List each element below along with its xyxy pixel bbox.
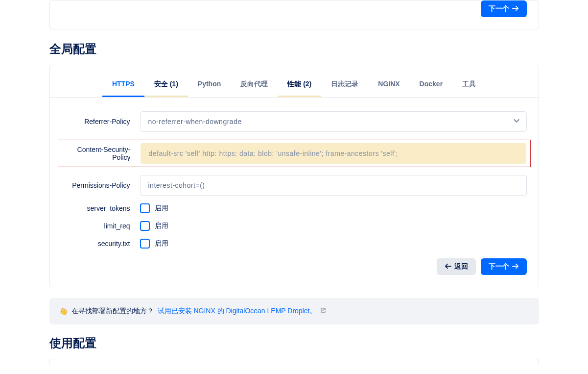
tab-reverse-proxy[interactable]: 反向代理 <box>231 73 278 97</box>
back-button-label: 返回 <box>454 262 468 271</box>
server-tokens-enable-label: 启用 <box>155 204 168 213</box>
arrow-right-icon <box>512 5 519 13</box>
callout-text: 在寻找部署新配置的地方？ <box>71 307 154 316</box>
callout-link[interactable]: 试用已安装 NGINX 的 DigitalOcean LEMP Droplet。 <box>158 307 327 316</box>
next-button-top-label: 下一个 <box>489 4 509 13</box>
limit-req-checkbox[interactable] <box>140 221 150 231</box>
server-tokens-checkbox[interactable] <box>140 203 150 213</box>
arrow-right-icon <box>512 263 519 271</box>
tab-nginx[interactable]: NGINX <box>368 73 409 97</box>
referrer-policy-select[interactable] <box>140 111 527 132</box>
limit-req-enable-label: 启用 <box>155 222 168 230</box>
label-referrer-policy: Referrer-Policy <box>62 118 140 125</box>
label-csp: Content-Security-Policy <box>62 146 141 161</box>
next-button-label: 下一个 <box>489 262 509 271</box>
tab-tools[interactable]: 工具 <box>452 73 486 97</box>
previous-section-card: 下一个 <box>49 0 539 29</box>
label-server-tokens: server_tokens <box>62 204 140 212</box>
tab-logging[interactable]: 日志记录 <box>321 73 368 97</box>
tab-performance[interactable]: 性能 (2) <box>278 73 321 97</box>
security-panel: Referrer-Policy Content-Security-Policy <box>50 98 539 287</box>
next-button-top[interactable]: 下一个 <box>481 0 527 17</box>
wave-emoji-icon: 👋 <box>59 307 68 315</box>
tab-https[interactable]: HTTPS <box>102 73 144 97</box>
row-referrer-policy: Referrer-Policy <box>62 111 527 132</box>
callout-link-text: 试用已安装 NGINX 的 DigitalOcean LEMP Droplet。 <box>158 307 317 315</box>
row-server-tokens: server_tokens 启用 <box>62 203 527 213</box>
tabs-bar: HTTPS 安全 (1) Python 反向代理 性能 (2) 日志记录 NGI… <box>50 65 539 98</box>
usage-config-heading: 使用配置 <box>49 335 539 351</box>
arrow-left-icon <box>445 263 451 271</box>
row-csp: Content-Security-Policy <box>58 140 531 167</box>
row-security-txt: security.txt 启用 <box>62 239 527 249</box>
label-security-txt: security.txt <box>62 240 140 248</box>
usage-config-card <box>49 359 539 365</box>
row-limit-req: limit_req 启用 <box>62 221 527 231</box>
security-txt-checkbox[interactable] <box>140 239 150 249</box>
global-config-card: HTTPS 安全 (1) Python 反向代理 性能 (2) 日志记录 NGI… <box>49 65 539 287</box>
row-permissions-policy: Permissions-Policy <box>62 175 527 196</box>
label-permissions-policy: Permissions-Policy <box>62 181 140 189</box>
tab-python[interactable]: Python <box>188 73 231 97</box>
global-config-heading: 全局配置 <box>49 41 539 57</box>
permissions-policy-input[interactable] <box>140 175 527 196</box>
back-button[interactable]: 返回 <box>437 258 476 275</box>
tab-security[interactable]: 安全 (1) <box>144 73 188 97</box>
tab-docker[interactable]: Docker <box>410 73 452 97</box>
external-link-icon <box>320 307 326 313</box>
deploy-callout: 👋 在寻找部署新配置的地方？ 试用已安装 NGINX 的 DigitalOcea… <box>49 298 539 324</box>
label-limit-req: limit_req <box>62 222 140 230</box>
security-txt-enable-label: 启用 <box>155 239 168 248</box>
next-button[interactable]: 下一个 <box>481 258 527 275</box>
csp-input[interactable] <box>141 143 526 164</box>
